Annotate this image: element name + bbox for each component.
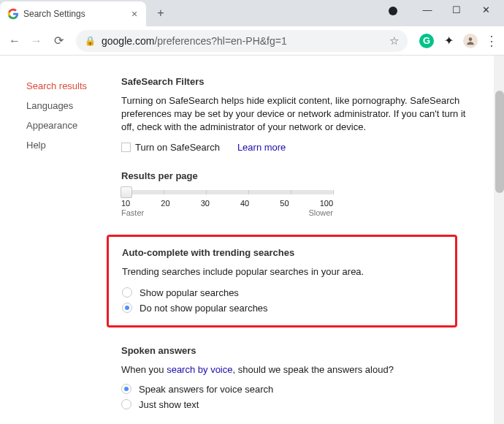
back-button[interactable]: ← <box>6 32 23 50</box>
radio-hide-popular[interactable] <box>122 303 132 313</box>
menu-kebab-icon[interactable]: ⋮ <box>485 33 498 49</box>
safesearch-desc: Turning on SafeSearch helps hide explici… <box>121 94 472 135</box>
close-window-button[interactable]: ✕ <box>476 4 495 15</box>
address-bar[interactable]: 🔒 google.com/preferences?hl=en-PH&fg=1 ☆ <box>76 30 408 52</box>
forward-button[interactable]: → <box>28 32 45 50</box>
page-viewport: Search results Languages Appearance Help… <box>0 56 504 424</box>
media-indicator-icon <box>389 7 397 15</box>
slider-tick-labels: 10 20 30 40 50 100 <box>121 199 333 208</box>
radio-show-popular[interactable] <box>122 287 132 298</box>
sidebar-item-search-results[interactable]: Search results <box>26 76 121 96</box>
spoken-desc: When you search by voice, should we spea… <box>121 363 472 376</box>
browser-titlebar: Search Settings × + — ☐ ✕ <box>0 0 504 26</box>
safesearch-checkbox-label: Turn on SafeSearch <box>135 142 220 153</box>
spoken-title: Spoken answers <box>121 345 472 356</box>
browser-toolbar: ← → ⟳ 🔒 google.com/preferences?hl=en-PH&… <box>0 26 504 56</box>
section-safesearch: SafeSearch Filters Turning on SafeSearch… <box>121 76 472 153</box>
safesearch-title: SafeSearch Filters <box>121 76 472 87</box>
browser-tab[interactable]: Search Settings × <box>0 1 146 26</box>
autocomplete-title: Auto-complete with trending searches <box>122 247 442 258</box>
reload-button[interactable]: ⟳ <box>50 32 67 50</box>
radio-speak-answers[interactable] <box>121 384 131 394</box>
safesearch-checkbox[interactable] <box>121 143 131 152</box>
settings-main: SafeSearch Filters Turning on SafeSearch… <box>121 76 504 424</box>
tab-title: Search Settings <box>23 9 124 19</box>
close-tab-icon[interactable]: × <box>129 8 140 20</box>
section-spoken-answers: Spoken answers When you search by voice,… <box>121 345 472 410</box>
sidebar-item-appearance[interactable]: Appearance <box>26 116 121 135</box>
google-favicon-icon <box>7 8 19 20</box>
slider-handle[interactable] <box>121 186 132 198</box>
extensions-puzzle-icon[interactable]: ✦ <box>441 34 456 48</box>
scrollbar-track[interactable] <box>494 56 504 424</box>
results-per-page-slider[interactable]: 10 20 30 40 50 100 Faster Slower <box>121 190 333 217</box>
minimize-button[interactable]: — <box>418 4 437 15</box>
bookmark-star-icon[interactable]: ☆ <box>389 34 399 48</box>
maximize-button[interactable]: ☐ <box>447 4 466 15</box>
lock-icon: 🔒 <box>85 36 96 46</box>
radio-just-text[interactable] <box>121 399 131 409</box>
slider-slower-label: Slower <box>308 208 333 217</box>
safesearch-learn-more-link[interactable]: Learn more <box>237 142 286 153</box>
search-by-voice-link[interactable]: search by voice <box>167 364 232 375</box>
radio-hide-popular-label: Do not show popular searches <box>140 303 268 314</box>
radio-show-popular-label: Show popular searches <box>140 287 239 298</box>
window-controls: — ☐ ✕ <box>389 0 504 15</box>
section-autocomplete-highlighted: Auto-complete with trending searches Tre… <box>107 235 457 328</box>
results-per-page-title: Results per page <box>121 170 472 181</box>
profile-avatar-icon[interactable] <box>463 34 478 48</box>
svg-point-0 <box>469 37 473 41</box>
extension-grammarly-icon[interactable]: G <box>419 34 434 48</box>
autocomplete-desc: Trending searches include popular search… <box>122 265 442 279</box>
slider-faster-label: Faster <box>121 208 144 217</box>
sidebar-item-languages[interactable]: Languages <box>26 96 121 116</box>
section-results-per-page: Results per page 10 20 30 <box>121 170 472 217</box>
radio-just-text-label: Just show text <box>139 399 199 410</box>
scrollbar-thumb[interactable] <box>495 91 504 193</box>
new-tab-button[interactable]: + <box>150 3 171 23</box>
url-text: google.com/preferences?hl=en-PH&fg=1 <box>102 35 386 47</box>
sidebar-item-help[interactable]: Help <box>26 135 121 155</box>
radio-speak-answers-label: Speak answers for voice search <box>139 384 273 395</box>
